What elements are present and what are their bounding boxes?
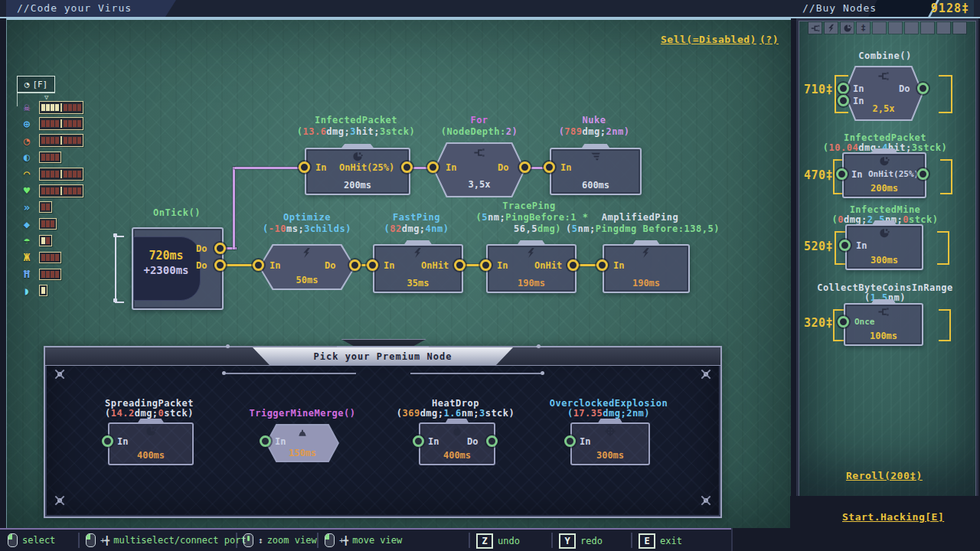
port-shop-infectedpacket-onhit[interactable] (917, 168, 929, 180)
toolbar-label: exit (660, 536, 682, 546)
bar-segment (55, 254, 59, 261)
node-title-optimize: Optimize (259, 212, 355, 223)
bar-segment (41, 271, 45, 278)
node-subtitle-fastping: (82dmg;4nm) (365, 223, 468, 234)
moon-icon: ◐ (20, 151, 34, 163)
toolbar-item-undo: Zundo (476, 533, 520, 549)
bar-segment (41, 254, 45, 261)
reroll-link[interactable]: Reroll(200‡) (846, 470, 923, 481)
dialog-line-decor (226, 373, 356, 374)
port-ontick-do2[interactable] (214, 259, 226, 271)
slot-empty[interactable] (873, 22, 886, 34)
bar-segment (64, 171, 67, 178)
bar-segment (51, 104, 54, 111)
bar-segment (55, 154, 59, 161)
node-cooldown: 300ms (572, 450, 648, 461)
node-ontick[interactable]: 720ms +2300ms (132, 227, 224, 310)
slot-empty[interactable] (937, 22, 950, 34)
heart-icon: ♥ (20, 184, 34, 197)
port-fastping-in[interactable] (367, 259, 378, 271)
slot-dagger[interactable]: ‡ (857, 22, 870, 34)
bar-segment (55, 104, 59, 111)
slot-pacman[interactable] (841, 22, 854, 34)
flame-icon (452, 425, 463, 437)
node-subtitle-traceping-1: (5nm;PingBefore:1 * (458, 212, 606, 223)
bar-segment (64, 137, 67, 144)
port-label-shop-infectedpacket-in: In (851, 169, 862, 180)
help-link[interactable]: (?) (760, 34, 779, 45)
bar-segment (73, 137, 77, 144)
titlebar: //Code your Virus //Buy Nodes 9128‡ (0, 0, 980, 18)
toolbar-item-exit: Eexit (639, 533, 682, 549)
dialog-corner-x-decor (700, 494, 712, 507)
port-label-optimize-do: Do (325, 260, 335, 271)
mouse-cross-icon (325, 533, 335, 547)
bolt-icon (526, 247, 537, 259)
slot-empty[interactable] (921, 22, 934, 34)
port-nuke-in[interactable] (544, 161, 555, 173)
bolt-icon (827, 24, 836, 33)
bolt-icon (641, 247, 652, 259)
port-spreadingpacket-in[interactable] (102, 435, 113, 447)
slot-empty[interactable] (953, 22, 966, 34)
shell-icon: ◗ (20, 285, 34, 297)
node-cooldown: 400ms (109, 450, 192, 461)
bar-segment (68, 171, 72, 178)
stat-bar (39, 201, 52, 213)
port-label-heatdrop-in: In (428, 436, 439, 447)
sell-link[interactable]: Sell(=Disabled) (661, 34, 756, 45)
port-heatdrop-in[interactable] (413, 435, 424, 447)
port-traceping-onhit[interactable] (567, 259, 579, 271)
port-overclockedexplosion-in[interactable] (564, 435, 576, 447)
port-heatdrop-do[interactable] (486, 435, 498, 447)
port-label-fastping-onhit: OnHit (421, 260, 449, 271)
port-for-in[interactable] (427, 161, 439, 173)
port-traceping-in[interactable] (480, 259, 492, 271)
port-label-fastping-in: In (384, 260, 394, 271)
port-infectedpacket-in[interactable] (299, 161, 310, 173)
port-label-heatdrop-do: Do (467, 436, 478, 447)
bar-segment (41, 137, 45, 144)
spider-icon: Ж (20, 251, 34, 263)
start-hacking-link[interactable]: Start.Hacking[E] (842, 511, 944, 523)
port-combine-in1[interactable] (838, 83, 849, 94)
port-combine-in2[interactable] (838, 95, 849, 106)
premium-subtitle-heatdrop: (369dmg;1.6nm;3stck) (371, 408, 540, 419)
port-collectbytecoins-once[interactable] (838, 316, 849, 328)
port-amplifiedping-in[interactable] (596, 259, 608, 271)
port-infectedpacket-onhit[interactable] (401, 161, 413, 173)
port-label-collectbytecoins-once: Once (854, 317, 875, 327)
slot-empty[interactable] (905, 22, 918, 34)
bar-segment (46, 220, 50, 227)
port-triggerminemerge-in[interactable] (260, 435, 271, 447)
node-cooldown: 190ms (488, 278, 575, 289)
bar-segment (64, 187, 67, 194)
price-bracket-decor (940, 159, 952, 194)
node-title-ontick: OnTick() (132, 207, 222, 218)
keycap-Y: Y (559, 533, 576, 549)
premium-title-overclockedexplosion: OverclockedExplosion (524, 398, 693, 409)
port-ontick-do1[interactable] (214, 243, 226, 254)
port-shop-infectedpacket-in[interactable] (836, 168, 848, 180)
toolbar-item-multiselect-connect-port: +╋multiselect/connect port (86, 533, 247, 547)
price-bracket-decor (939, 75, 952, 113)
overclock-gauge-widget[interactable]: ◔ [F] (17, 76, 55, 93)
toolbar-label: multiselect/connect port (113, 535, 246, 546)
port-optimize-do[interactable] (349, 259, 361, 271)
stat-bar (39, 152, 61, 163)
bar-segment (77, 137, 81, 144)
port-for-do[interactable] (519, 161, 531, 173)
port-infectedmine-in[interactable] (839, 240, 851, 251)
port-fastping-onhit[interactable] (454, 259, 466, 271)
slot-empty[interactable] (889, 22, 902, 34)
bar-segment (51, 171, 54, 178)
slot-bolt[interactable] (825, 22, 838, 34)
bar-segment (41, 287, 45, 294)
bar-segment (68, 137, 72, 144)
slot-branch[interactable] (808, 22, 822, 34)
port-label-combine-do: Do (899, 83, 910, 94)
port-combine-do[interactable] (917, 83, 929, 94)
port-optimize-in[interactable] (253, 259, 264, 271)
wire-ontick-infectedpacket-3 (234, 167, 306, 169)
node-cooldown: 400ms (420, 450, 494, 461)
